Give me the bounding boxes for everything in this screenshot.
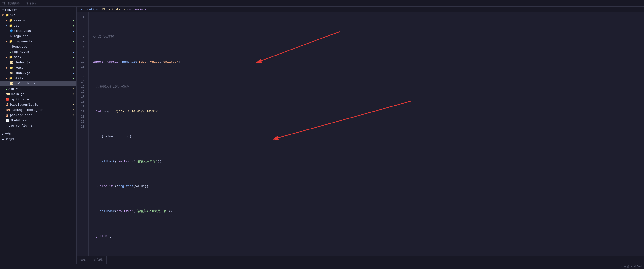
tab-timeline[interactable]: 时间线 (90, 256, 107, 264)
breadcrumb-sep1: › (86, 8, 88, 11)
param-rule-1: rule (139, 60, 146, 64)
main-js-icon: JS (6, 93, 10, 96)
kw-function-1: function (106, 60, 122, 64)
sidebar-item-utils[interactable]: ▼ 📁 utils (0, 76, 76, 81)
plain-8c: )) (168, 209, 172, 214)
login-vue-label: Login.vue (12, 50, 73, 54)
sidebar-item-logo[interactable]: 🖼 logo.png (0, 34, 76, 39)
package-lock-icon: PL (6, 109, 10, 111)
timeline-arrow: ▶ (2, 137, 4, 141)
sidebar-item-css[interactable]: ▶ 📁 css (0, 23, 76, 28)
line-num-19: 19 (76, 104, 86, 109)
breadcrumb-sep3: › (126, 8, 128, 11)
status-bar: CSDN @ Stakled (0, 264, 644, 269)
plain-8b: ( (134, 209, 136, 214)
line-num-16: 16 (76, 90, 86, 94)
sidebar-item-router[interactable]: ▶ 📁 router (0, 65, 76, 70)
cn-error-1: Error (124, 159, 134, 164)
sidebar-item-validate-js[interactable]: JS validate.js U (0, 81, 76, 86)
tab-timeline-label: 时间线 (94, 258, 103, 262)
sidebar-item-app-vue[interactable]: V App.vue M (0, 86, 76, 92)
indent-7 (92, 184, 96, 189)
breadcrumb: src › utils › JS validate.js › ⊙ nameRul… (76, 7, 644, 12)
router-index-js-label: index.js (15, 71, 73, 75)
plain-7b: . (124, 184, 126, 189)
sidebar-item-babel-config[interactable]: b babel.config.js M (0, 102, 76, 107)
breadcrumb-file: JS validate.js (102, 8, 126, 11)
sidebar-item-mock-index-js[interactable]: JS index.js U (0, 60, 76, 65)
breadcrumb-src: src (80, 8, 86, 11)
plain-5: (value (102, 134, 115, 139)
sidebar-item-readme[interactable]: 📄 README.md (0, 118, 76, 123)
plain-5b: ) { (126, 134, 131, 139)
code-line-5: if (value === '') { (92, 134, 640, 139)
sidebar-item-timeline[interactable]: ▶ 时间线 (0, 137, 76, 142)
op-eq-1: = (111, 109, 115, 114)
sidebar-item-gitignore[interactable]: 🔴 .gitignore (0, 97, 76, 102)
mock-index-js-badge: U (73, 61, 74, 64)
vue-config-icon: V (6, 124, 8, 127)
sidebar-item-home-vue[interactable]: V Home.vue U (0, 44, 76, 49)
line-num-21: 21 (76, 114, 86, 120)
sidebar-item-router-index-js[interactable]: JS index.js U (0, 70, 76, 76)
assets-dot (73, 19, 76, 22)
package-icon: P (6, 114, 8, 116)
plain-9: { (109, 234, 111, 239)
login-vue-icon: V (10, 50, 11, 54)
plain-6b: ( (134, 159, 136, 164)
status-text: CSDN @ Stakled (620, 265, 642, 268)
components-folder-icon: ▶ 📁 (6, 40, 13, 43)
utils-label: utils (14, 76, 73, 80)
code-line-8: callback(new Error('请输入4-10位用户名')) (92, 209, 640, 214)
validate-js-icon: JS (10, 82, 14, 85)
reset-css-icon: 🔷 (10, 29, 13, 33)
vue-config-badge: U (73, 124, 74, 127)
kw-export-1: export (92, 60, 106, 64)
editor-area: src › utils › JS validate.js › ⊙ nameRul… (76, 7, 644, 264)
validate-js-badge: U (73, 82, 74, 85)
param-value-1: value (150, 60, 160, 64)
line-num-15: 15 (76, 84, 86, 90)
tab-outline[interactable]: 大纲 (76, 256, 90, 264)
code-area[interactable]: 1 2 3 4 5 6 7 8 9 10 11 12 13 14 15 16 1… (76, 12, 644, 256)
readme-icon: 📄 (6, 119, 9, 122)
breadcrumb-symbol: ⊙ nameRule (129, 8, 146, 11)
sidebar-item-outline[interactable]: ▶ 大纲 (0, 132, 76, 137)
sidebar-item-login-vue[interactable]: V Login.vue U (0, 49, 76, 54)
gitignore-label: .gitignore (10, 98, 76, 101)
op-5: === (115, 134, 122, 139)
project-header[interactable]: ▼ PROJECT (0, 7, 76, 12)
code-content[interactable]: // 用户名匹配 export function nameRule(rule, … (88, 12, 644, 256)
router-label: router (14, 66, 73, 70)
app-vue-icon: V (6, 87, 8, 90)
top-bar-title: 打开的编辑器 「↑未保存」 (2, 1, 37, 5)
plain-paren-1: ( (137, 60, 139, 64)
bottom-panels: 大纲 时间线 (76, 256, 644, 264)
sidebar-item-package-lock[interactable]: PL package-lock.json M (0, 107, 76, 112)
package-lock-label: package-lock.json (12, 108, 73, 112)
comment-1: // 用户名匹配 (92, 35, 114, 40)
line-num-9: 9 (76, 54, 86, 60)
fn-callback-2: callback (100, 209, 114, 214)
line-num-20: 20 (76, 109, 86, 114)
plain-6a: ( (115, 159, 117, 164)
sidebar-item-assets[interactable]: ▶ 📁 assets (0, 18, 76, 23)
sidebar-item-src[interactable]: ▼ 📁 src (0, 12, 76, 18)
outline-arrow: ▶ (2, 132, 4, 136)
top-bar: 打开的编辑器 「↑未保存」 (0, 0, 644, 7)
kw-new-2: new (116, 209, 124, 214)
line-num-4: 4 (76, 30, 86, 35)
logo-icon: 🖼 (10, 34, 12, 38)
sidebar-item-package[interactable]: P package.json M (0, 112, 76, 118)
mock-label: mock (14, 56, 73, 59)
mock-index-js-label: index.js (15, 61, 73, 64)
package-lock-badge: M (73, 108, 74, 111)
reset-css-badge: U (73, 30, 74, 32)
sidebar-item-vue-config[interactable]: V vue.config.js U (0, 123, 76, 128)
sidebar-item-mock[interactable]: ▶ 📁 mock (0, 54, 76, 60)
sidebar-item-components[interactable]: ▶ 📁 components (0, 39, 76, 44)
login-vue-badge: U (73, 50, 74, 53)
sidebar-item-main-js[interactable]: JS main.js M (0, 92, 76, 97)
code-line-7: } else if (!reg.test(value)) { (92, 184, 640, 189)
sidebar-item-reset-css[interactable]: 🔷 reset.css U (0, 28, 76, 34)
